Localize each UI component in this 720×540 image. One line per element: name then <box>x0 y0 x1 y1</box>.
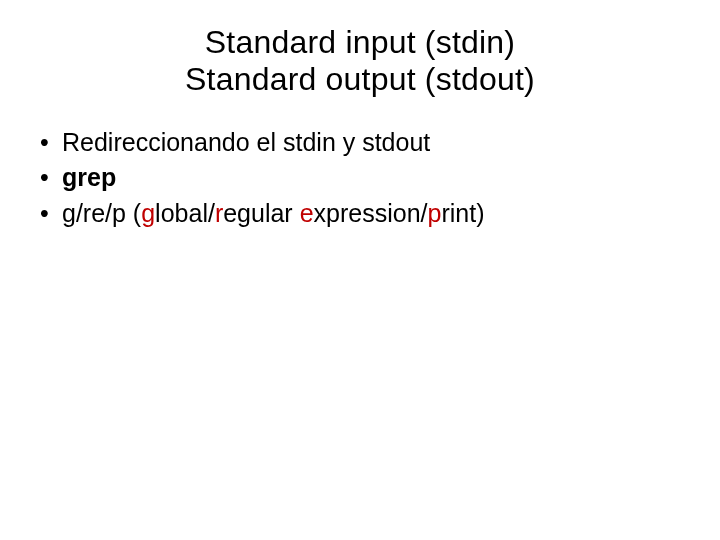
bullet-3-t4: xpression/ <box>314 199 428 227</box>
bullet-3-t3: egular <box>223 199 299 227</box>
slide-title: Standard input (stdin) Standard output (… <box>40 24 680 98</box>
list-item: g/re/p (global/regular expression/print) <box>34 197 680 231</box>
bullet-1-text: Redireccionando el stdin y stdout <box>62 128 430 156</box>
bullet-3-e: e <box>300 199 314 227</box>
bullet-3-t2: lobal/ <box>155 199 215 227</box>
bullet-3-r: r <box>215 199 223 227</box>
bullet-2-text: grep <box>62 163 116 191</box>
bullet-3-t1: g/re/p ( <box>62 199 141 227</box>
list-item: Redireccionando el stdin y stdout <box>34 126 680 160</box>
slide: Standard input (stdin) Standard output (… <box>0 0 720 540</box>
bullet-3-p: p <box>428 199 442 227</box>
title-line-1: Standard input (stdin) <box>40 24 680 61</box>
list-item: grep <box>34 161 680 195</box>
bullet-list: Redireccionando el stdin y stdout grep g… <box>34 126 680 231</box>
title-line-2: Standard output (stdout) <box>40 61 680 98</box>
bullet-3-g: g <box>141 199 155 227</box>
bullet-3-t5: rint) <box>441 199 484 227</box>
